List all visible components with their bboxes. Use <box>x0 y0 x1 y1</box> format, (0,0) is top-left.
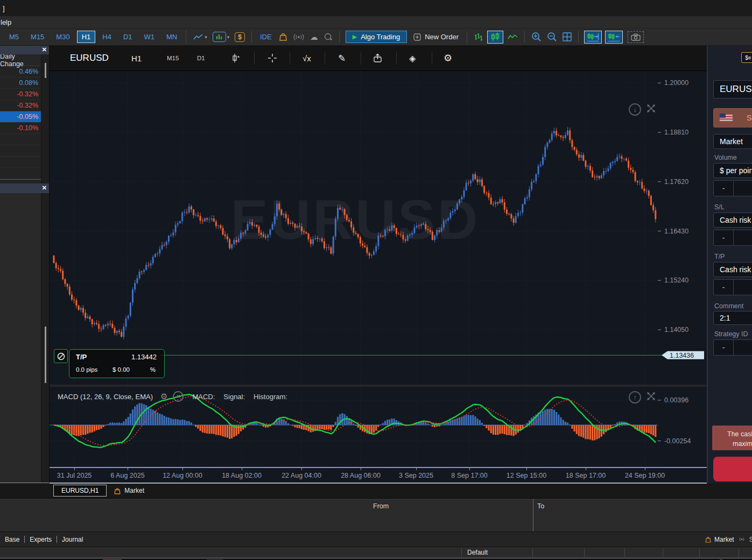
function-icon[interactable]: √x <box>303 46 311 70</box>
tp-mode-select[interactable]: Cash risk <box>713 262 752 277</box>
timeframe-h1[interactable]: H1 <box>77 31 96 43</box>
tab-eurusd-h1[interactable]: EURUSD,H1 <box>53 485 107 497</box>
toolbox-tab-journal[interactable]: Journal <box>57 536 88 543</box>
cloud-icon[interactable]: ☁ <box>307 30 321 44</box>
time-tick <box>586 468 586 470</box>
close-icon[interactable]: ✕ <box>42 185 47 192</box>
tp-label: T/P <box>714 253 725 260</box>
timeframe-d1[interactable]: D1 <box>118 31 137 43</box>
navigator-titlebar: ✕ <box>0 183 49 193</box>
currency-icon[interactable]: $ <box>232 30 248 44</box>
timeframe-m30[interactable]: M30 <box>51 31 74 43</box>
tab-market[interactable]: Market <box>114 487 144 494</box>
candle-chart-mode-icon[interactable] <box>487 31 503 44</box>
time-tick <box>182 468 183 470</box>
sell-button[interactable]: Sell <box>713 108 752 127</box>
timeframe-w1[interactable]: W1 <box>139 31 160 43</box>
signals-icon <box>737 536 746 542</box>
menu-bar: lelp <box>0 16 752 29</box>
collapse-panel-icon[interactable]: ↑ <box>629 391 641 403</box>
status-cell-divider <box>461 548 462 557</box>
sell-confirm-button[interactable] <box>713 457 752 481</box>
scrollbar[interactable] <box>41 54 49 183</box>
volume-stepper[interactable]: - <box>713 180 752 196</box>
cancel-order-icon[interactable] <box>54 349 68 363</box>
signals-icon[interactable] <box>290 30 307 44</box>
object-candle-icon[interactable] <box>231 46 240 70</box>
shift-end-icon[interactable] <box>584 31 602 44</box>
scrollbar-thumb[interactable] <box>45 327 46 383</box>
profile-name[interactable]: Default <box>467 549 488 556</box>
header-divider <box>361 52 361 65</box>
gem-icon[interactable]: ◈ <box>409 46 416 70</box>
gear-icon[interactable]: ⚙ <box>444 46 452 70</box>
crosshair-icon[interactable] <box>268 46 277 70</box>
to-label[interactable]: To <box>537 502 544 510</box>
timeframe-m15[interactable]: M15 <box>26 31 49 43</box>
expand-panel-icon[interactable] <box>646 392 656 403</box>
chart-period-m15[interactable]: M15 <box>167 46 179 70</box>
toolbox-tab-experts[interactable]: Experts <box>25 536 57 543</box>
sl-stepper[interactable]: - <box>713 230 752 246</box>
strategy-id-stepper[interactable]: - <box>713 339 752 356</box>
shift-chart-icon[interactable] <box>605 31 623 44</box>
signal-status-label[interactable]: S <box>749 536 752 543</box>
chart-line-type-icon[interactable]: ▾ <box>191 30 210 44</box>
market-status-label[interactable]: Market <box>714 536 734 543</box>
share-icon[interactable] <box>373 46 382 70</box>
chart-symbol[interactable]: EURUSD <box>70 46 109 70</box>
tp-stepper[interactable]: - <box>713 279 752 295</box>
chart-period-d1[interactable]: D1 <box>197 46 205 70</box>
scrollbar[interactable] <box>41 193 49 483</box>
close-icon[interactable]: ✕ <box>42 46 47 53</box>
menu-item-help[interactable]: lelp <box>1 18 11 26</box>
svg-text:1.15240: 1.15240 <box>664 277 688 284</box>
price-chart[interactable]: EURUSD1.200001.188101.176201.164301.1524… <box>50 71 707 384</box>
scroll-to-latest-icon[interactable]: ↓ <box>629 103 641 116</box>
from-label[interactable]: From <box>373 502 389 510</box>
time-axis[interactable]: 31 Jul 20256 Aug 202512 Aug 00:0018 Aug … <box>50 468 707 484</box>
sl-mode-select[interactable]: Cash risk <box>713 212 752 228</box>
gear-icon[interactable]: ⚙ <box>160 392 167 401</box>
timeframe-h4[interactable]: H4 <box>97 31 116 43</box>
us-flag-icon <box>720 114 733 122</box>
toolbox-tab-base[interactable]: Base <box>0 536 24 543</box>
scrollbar-thumb[interactable] <box>45 63 46 78</box>
vps-icon[interactable] <box>321 30 335 44</box>
market-bag-icon <box>114 487 121 494</box>
toolbox-tab-bar: BaseExpertsJournal Market S <box>0 531 752 547</box>
status-cell-divider <box>699 548 700 557</box>
expand-panel-icon[interactable] <box>646 104 656 115</box>
tp-order-widget[interactable]: T/P 1.13442 0.0 pips $ 0.00 % <box>54 349 165 378</box>
volume-mode-select[interactable]: $ per point <box>713 163 752 178</box>
ide-button[interactable]: IDE <box>256 33 276 41</box>
svg-text:1.13436: 1.13436 <box>670 352 694 359</box>
symbol-input[interactable]: EURUSD <box>713 80 752 98</box>
screenshot-camera-icon[interactable] <box>628 31 644 43</box>
indicator-list-icon[interactable]: ▾ <box>210 30 233 44</box>
market-watch-titlebar: ✕ <box>0 46 49 54</box>
timeframe-m5[interactable]: M5 <box>4 31 24 43</box>
one-click-trading-icon[interactable]: $≡ <box>741 52 752 63</box>
algo-trading-button[interactable]: ▶ Algo Trading <box>346 31 407 43</box>
tile-windows-icon[interactable] <box>560 30 574 44</box>
tp-order-card[interactable]: T/P 1.13442 0.0 pips $ 0.00 % <box>69 349 165 378</box>
line-chart-mode-icon[interactable] <box>505 30 521 44</box>
zoom-out-icon[interactable] <box>544 30 560 44</box>
volume-label: Volume <box>714 154 737 161</box>
chart-period[interactable]: H1 <box>131 46 142 70</box>
close-indicator-icon[interactable]: ✕ <box>173 391 184 402</box>
order-type-select[interactable]: Market <box>713 134 752 149</box>
pencil-icon[interactable]: ✎ <box>338 46 346 70</box>
timeframe-mn[interactable]: MN <box>161 31 182 43</box>
time-tick <box>242 468 242 470</box>
time-axis-label: 18 Sep 17:00 <box>566 472 606 479</box>
market-bag-icon[interactable] <box>276 30 290 44</box>
market-watch-panel: ✕ Daily Change 0.46%0.08%-0.32%-0.32%-0.… <box>0 46 50 483</box>
zoom-in-icon[interactable] <box>529 30 544 44</box>
new-order-button[interactable]: New Order <box>409 31 463 42</box>
macd-panel[interactable]: 0.00396-0.00254 MACD (12, 26, 9, Close, … <box>50 387 707 468</box>
bar-chart-mode-icon[interactable] <box>471 30 486 44</box>
comment-input[interactable]: 2:1 <box>713 311 752 325</box>
status-cell-divider <box>663 548 663 557</box>
